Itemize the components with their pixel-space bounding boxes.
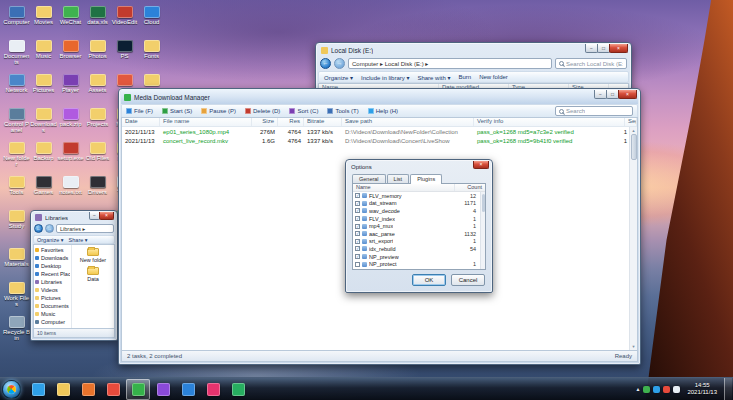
desktop-icon[interactable]: Assets bbox=[84, 72, 111, 106]
desktop-icon[interactable]: Browser bbox=[57, 38, 84, 72]
dialog-tab[interactable]: List bbox=[387, 174, 410, 183]
nav-item[interactable]: Pictures bbox=[35, 294, 70, 302]
checkbox[interactable]: ✓ bbox=[355, 193, 360, 198]
taskbar-button[interactable] bbox=[101, 379, 125, 400]
search-input[interactable]: Search bbox=[555, 106, 633, 116]
desktop-icon[interactable]: Drivers bbox=[84, 174, 111, 208]
desktop-icon[interactable]: Downloads bbox=[30, 106, 57, 140]
desktop-icon[interactable]: Materials bbox=[3, 246, 30, 280]
desktop-icon[interactable]: Cloud bbox=[138, 4, 165, 38]
plugin-list-item[interactable]: ✓ dat_stream 1171 bbox=[353, 200, 480, 208]
command-bar-button[interactable]: Organize ▾ bbox=[324, 74, 353, 81]
nav-item[interactable]: Documents bbox=[35, 302, 70, 310]
task-row[interactable]: 2021/11/13 concert_live_record.mkv 1.6G … bbox=[122, 136, 629, 145]
command-bar-button[interactable]: Share ▾ bbox=[69, 237, 88, 243]
scroll-down-icon[interactable]: ▼ bbox=[632, 343, 636, 350]
plugin-list-item[interactable]: ✓ mp4_mux 1 bbox=[353, 222, 480, 230]
tray-expand-icon[interactable]: ▲ bbox=[635, 386, 640, 392]
toolbar-button[interactable]: Delete (D) bbox=[245, 108, 280, 114]
nav-item[interactable]: Recent Places bbox=[35, 270, 70, 278]
plugin-list-item[interactable]: ✓ srt_export 1 bbox=[353, 238, 480, 246]
desktop-icon[interactable]: Player bbox=[57, 72, 84, 106]
column-header-bitrate[interactable]: Bitrate bbox=[304, 118, 342, 126]
column-header-res[interactable]: Res bbox=[278, 118, 304, 126]
column-header-count[interactable]: Count bbox=[455, 184, 485, 191]
plugin-list-item[interactable]: log_writer 9 bbox=[353, 268, 480, 269]
desktop-icon[interactable]: Work Files bbox=[3, 280, 30, 314]
command-bar-button[interactable]: Share with ▾ bbox=[417, 74, 450, 81]
taskbar-button[interactable] bbox=[201, 379, 225, 400]
toolbar-button[interactable]: Help (H) bbox=[368, 108, 398, 114]
checkbox[interactable]: ✓ bbox=[355, 224, 360, 229]
nav-item[interactable]: Downloads bbox=[35, 254, 70, 262]
desktop-icon[interactable]: notes.txt bbox=[57, 174, 84, 208]
column-header-path[interactable]: Save path bbox=[342, 118, 474, 126]
task-row[interactable]: 2021/11/13 ep01_series_1080p.mp4 276M 47… bbox=[122, 127, 629, 136]
desktop-icon[interactable]: Documents bbox=[3, 38, 30, 72]
close-button[interactable]: × bbox=[618, 90, 637, 99]
address-bar[interactable]: Libraries ▸ bbox=[56, 224, 114, 233]
forward-icon[interactable]: → bbox=[45, 224, 54, 233]
tray-icon[interactable] bbox=[673, 386, 680, 393]
plugin-list-item[interactable]: ✓ aac_parse 1132 bbox=[353, 230, 480, 238]
column-header-verify[interactable]: Verify info bbox=[474, 118, 625, 126]
desktop-icon[interactable]: Computer bbox=[3, 4, 30, 38]
desktop-icon[interactable]: Photos bbox=[84, 38, 111, 72]
checkbox[interactable] bbox=[355, 262, 360, 267]
toolbar-button[interactable]: Tools (T) bbox=[327, 108, 358, 114]
explorer-titlebar[interactable]: Local Disk (E:) − □ × bbox=[318, 43, 629, 57]
nav-item[interactable]: Desktop bbox=[35, 262, 70, 270]
desktop-icon[interactable]: Tools bbox=[3, 174, 30, 208]
address-bar[interactable]: Computer ▸ Local Disk (E:) ▸ bbox=[348, 58, 552, 69]
dialog-titlebar[interactable]: Options × bbox=[348, 160, 490, 172]
command-bar-button[interactable]: Organize ▾ bbox=[37, 237, 64, 243]
taskbar-button[interactable] bbox=[51, 379, 75, 400]
vertical-scrollbar[interactable]: ▲ ▼ bbox=[629, 127, 637, 350]
checkbox[interactable]: ✓ bbox=[355, 216, 360, 221]
toolbar-button[interactable]: File (F) bbox=[126, 108, 153, 114]
cancel-button[interactable]: Cancel bbox=[451, 274, 485, 286]
nav-item[interactable]: Libraries bbox=[35, 278, 70, 286]
taskbar-button[interactable] bbox=[176, 379, 200, 400]
desktop-icon[interactable]: Movies bbox=[30, 4, 57, 38]
command-bar-button[interactable]: Burn bbox=[458, 74, 471, 80]
plugin-list-item[interactable]: ✓ wav_decode 4 bbox=[353, 207, 480, 215]
desktop-icon[interactable]: data.xls bbox=[84, 4, 111, 38]
desktop-icon[interactable]: New folder bbox=[3, 140, 30, 174]
toolbar-button[interactable]: Start (S) bbox=[162, 108, 192, 114]
plugin-list-item[interactable]: ✓ FLV_index 1 bbox=[353, 215, 480, 223]
close-button[interactable]: × bbox=[609, 44, 628, 53]
desktop-icon[interactable]: Backup bbox=[30, 140, 57, 174]
nav-item[interactable]: Music bbox=[35, 310, 70, 318]
mini-explorer-window[interactable]: Libraries − × ← → Libraries ▸ Organize ▾… bbox=[30, 210, 118, 341]
folder-item[interactable]: Data bbox=[75, 267, 111, 282]
column-header-date[interactable]: Date bbox=[122, 118, 160, 126]
mini-titlebar[interactable]: Libraries − × bbox=[33, 211, 115, 223]
desktop-icon[interactable]: Recycle Bin bbox=[3, 314, 30, 348]
tray-icon[interactable] bbox=[643, 386, 650, 393]
show-desktop-button[interactable] bbox=[724, 378, 732, 400]
desktop-icon[interactable]: Games bbox=[30, 174, 57, 208]
options-dialog[interactable]: Options × GeneralListPlugins Name Count … bbox=[345, 159, 493, 293]
desktop-icon[interactable]: WeChat bbox=[57, 4, 84, 38]
scroll-up-icon[interactable]: ▲ bbox=[632, 127, 636, 134]
checkbox[interactable]: ✓ bbox=[355, 246, 360, 251]
forward-icon[interactable]: → bbox=[334, 58, 345, 69]
checkbox[interactable]: ✓ bbox=[355, 201, 360, 206]
back-icon[interactable]: ← bbox=[320, 58, 331, 69]
desktop-icon[interactable]: Old Files bbox=[84, 140, 111, 174]
desktop-icon[interactable]: Network bbox=[3, 72, 30, 106]
toolbar-button[interactable]: Sort (C) bbox=[289, 108, 318, 114]
command-bar-button[interactable]: Include in library ▾ bbox=[361, 74, 409, 81]
nav-item[interactable]: Videos bbox=[35, 286, 70, 294]
taskbar-clock[interactable]: 14:55 2021/11/13 bbox=[683, 382, 721, 396]
search-input[interactable]: Search Local Disk (E:) bbox=[555, 58, 627, 69]
taskbar-button[interactable] bbox=[26, 379, 50, 400]
tray-icon[interactable] bbox=[663, 386, 670, 393]
desktop-icon[interactable]: PS bbox=[111, 38, 138, 72]
toolbar-button[interactable]: Pause (P) bbox=[201, 108, 236, 114]
scroll-thumb[interactable] bbox=[631, 134, 637, 160]
command-bar-button[interactable]: New folder bbox=[479, 74, 508, 80]
desktop-icon[interactable]: Pictures bbox=[30, 72, 57, 106]
plugin-list-item[interactable]: ✓ FLV_memory 12 bbox=[353, 192, 480, 200]
